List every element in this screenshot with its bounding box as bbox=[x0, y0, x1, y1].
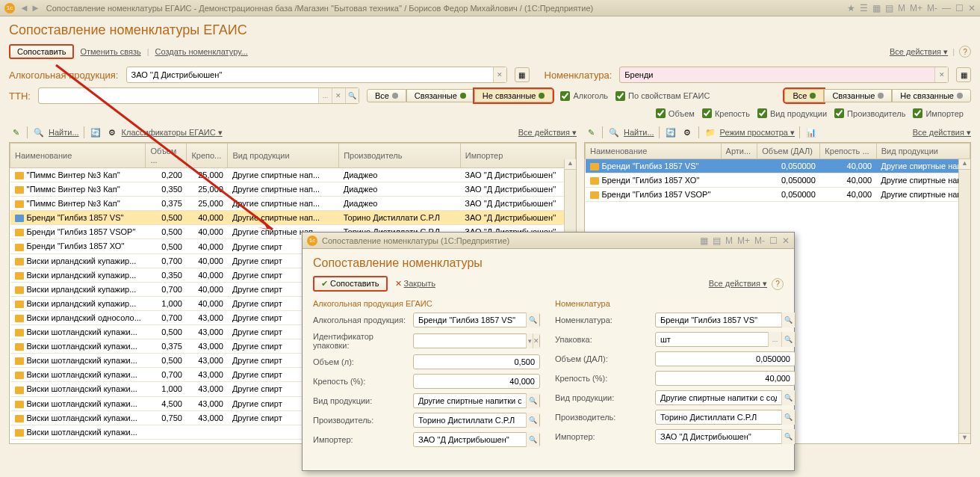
dialog-close-button[interactable]: ✕ Закрыть bbox=[395, 279, 435, 289]
refresh-icon[interactable]: 🔄 bbox=[89, 126, 102, 139]
table-row[interactable]: ''Пиммс Винтер №3 Кап''0,20025,000Другие… bbox=[10, 168, 576, 182]
dlg-nom-input[interactable]: 🔍 bbox=[655, 313, 796, 327]
nom-input[interactable]: ✕ bbox=[619, 67, 949, 83]
find-button-r[interactable]: Найти... bbox=[624, 128, 654, 137]
alcohol-checkbox[interactable]: Алкоголь bbox=[560, 91, 608, 101]
all-actions-button[interactable]: Все действия ▾ bbox=[890, 47, 948, 57]
gear-icon[interactable]: ⚙ bbox=[680, 126, 694, 139]
table-row[interactable]: ''Пиммс Винтер №3 Кап''0,35025,000Другие… bbox=[10, 182, 576, 197]
dlg-rstr-input[interactable] bbox=[655, 371, 796, 386]
col-header[interactable]: Наименование bbox=[586, 144, 722, 159]
egais-checkbox[interactable]: По свойствам ЕГАИС bbox=[615, 91, 710, 101]
dialog-all-actions[interactable]: Все действия ▾ bbox=[709, 279, 767, 289]
edit-icon[interactable]: ✎ bbox=[584, 126, 598, 139]
search-icon[interactable]: 🔍 bbox=[526, 313, 539, 327]
importer-checkbox[interactable]: Импортер bbox=[913, 108, 964, 118]
minimize-icon[interactable]: — bbox=[942, 3, 951, 13]
col-header[interactable]: Производитель bbox=[339, 144, 461, 168]
dlg-prod-input[interactable]: 🔍 bbox=[413, 413, 540, 428]
scrollbar[interactable]: ▲▼ bbox=[958, 159, 970, 443]
all-actions-left[interactable]: Все действия ▾ bbox=[518, 128, 577, 137]
maximize-icon[interactable]: ☐ bbox=[955, 3, 964, 13]
clear-icon[interactable]: ✕ bbox=[332, 88, 345, 103]
prodtype-checkbox[interactable]: Вид продукции bbox=[757, 108, 827, 118]
ttn-input[interactable]: ... ✕ 🔍 bbox=[38, 87, 359, 104]
all-actions-right[interactable]: Все действия ▾ bbox=[913, 128, 971, 137]
dlg-rvol-input[interactable] bbox=[655, 351, 796, 366]
col-header[interactable]: Объем ... bbox=[146, 144, 187, 168]
dlg-vol-input[interactable] bbox=[413, 354, 540, 369]
calc-icon[interactable]: ▦ bbox=[700, 236, 708, 246]
filter-all-r[interactable]: Все bbox=[784, 89, 824, 102]
strength-checkbox[interactable]: Крепость bbox=[702, 108, 750, 118]
producer-checkbox[interactable]: Производитель bbox=[834, 108, 905, 118]
list-icon[interactable]: ▦ bbox=[956, 67, 971, 82]
clear-icon[interactable]: ✕ bbox=[493, 67, 506, 82]
help-icon[interactable]: ? bbox=[772, 278, 784, 290]
filter-unlinked[interactable]: Не связанные bbox=[474, 89, 553, 102]
col-header[interactable]: Наименование bbox=[10, 144, 146, 168]
unlink-button[interactable]: Отменить связь bbox=[80, 47, 140, 56]
m-button[interactable]: M bbox=[898, 3, 905, 13]
filter-linked[interactable]: Связанные bbox=[406, 89, 474, 102]
clear-icon[interactable]: ✕ bbox=[934, 67, 948, 82]
search-icon[interactable]: 🔍 bbox=[607, 126, 621, 139]
gear-icon[interactable]: ⚙ bbox=[105, 126, 119, 139]
filter-linked-r[interactable]: Связанные bbox=[824, 89, 892, 102]
help-icon[interactable]: ? bbox=[959, 46, 971, 58]
nav-arrows: ◄ ► bbox=[19, 2, 40, 13]
col-header[interactable]: Крепо... bbox=[187, 144, 228, 168]
close-icon[interactable]: ✕ bbox=[782, 236, 790, 246]
col-header[interactable]: Импортер bbox=[460, 144, 575, 168]
filter-unlinked-r[interactable]: Не связанные bbox=[892, 89, 971, 102]
list-icon[interactable]: ▦ bbox=[515, 67, 530, 82]
classifier-button[interactable]: Классификаторы ЕГАИС ▾ bbox=[122, 128, 223, 138]
dlg-rprod-input[interactable]: 🔍 bbox=[655, 410, 796, 425]
col-header[interactable]: Вид продукции bbox=[228, 144, 339, 168]
search-icon[interactable]: 🔍 bbox=[32, 126, 46, 139]
calc-icon[interactable]: ▦ bbox=[872, 3, 881, 13]
dlg-packid-input[interactable]: ▾✕ bbox=[413, 333, 540, 348]
table-row[interactable]: Бренди ''Гилбиз 1857 VS''0,05000040,000Д… bbox=[586, 159, 970, 173]
dlg-type-input[interactable]: 🔍 bbox=[413, 393, 540, 408]
col-header[interactable]: Вид продукции bbox=[876, 144, 970, 159]
table-row[interactable]: Бренди ''Гилбиз 1857 VSOP''0,05000040,00… bbox=[586, 188, 970, 202]
filter-all[interactable]: Все bbox=[367, 89, 406, 102]
nav-fwd-icon[interactable]: ► bbox=[31, 2, 40, 13]
dlg-rimp-input[interactable]: 🔍 bbox=[655, 429, 796, 444]
dots-icon[interactable]: ... bbox=[318, 88, 332, 103]
col-header[interactable]: Объем (ДАЛ) bbox=[757, 144, 820, 159]
nav-back-icon[interactable]: ◄ bbox=[19, 2, 29, 13]
dlg-pack-input[interactable]: ...🔍 bbox=[655, 332, 796, 347]
dlg-str-input[interactable] bbox=[413, 374, 540, 389]
main-toolbar: Сопоставить Отменить связь | Создать ном… bbox=[9, 44, 971, 59]
dlg-rtype-input[interactable]: 🔍 bbox=[655, 390, 796, 405]
find-button[interactable]: Найти... bbox=[49, 128, 79, 137]
table-row[interactable]: Бренди ''Гилбиз 1857 VS''0,50040,000Друг… bbox=[10, 211, 576, 225]
m-minus-button[interactable]: M- bbox=[927, 3, 937, 13]
star-icon[interactable]: ★ bbox=[847, 3, 855, 13]
col-header[interactable]: Арти... bbox=[721, 144, 757, 159]
create-nom-button[interactable]: Создать номенклатуру... bbox=[155, 47, 248, 56]
calendar-icon[interactable]: ▤ bbox=[713, 236, 721, 246]
volume-checkbox[interactable]: Объем bbox=[656, 108, 695, 118]
dialog-match-button[interactable]: ✔ Сопоставить bbox=[313, 276, 388, 292]
history-icon[interactable]: ☰ bbox=[860, 3, 868, 13]
chart-icon[interactable]: 📊 bbox=[804, 126, 818, 139]
alc-input[interactable]: ✕ bbox=[126, 67, 507, 83]
calendar-icon[interactable]: ▤ bbox=[885, 3, 893, 13]
folder-icon[interactable]: 📁 bbox=[704, 126, 717, 139]
col-header[interactable]: Крепость ... bbox=[820, 144, 876, 159]
m-plus-button[interactable]: M+ bbox=[910, 3, 922, 13]
dlg-imp-input[interactable]: 🔍 bbox=[413, 432, 540, 447]
table-row[interactable]: Бренди ''Гилбиз 1857 ХО''0,05000040,000Д… bbox=[586, 173, 970, 188]
maximize-icon[interactable]: ☐ bbox=[769, 236, 778, 246]
table-row[interactable]: ''Пиммс Винтер №3 Кап''0,37525,000Другие… bbox=[10, 197, 576, 211]
view-mode-button[interactable]: Режим просмотра ▾ bbox=[720, 128, 795, 138]
refresh-icon[interactable]: 🔄 bbox=[664, 126, 677, 139]
dlg-alc-input[interactable]: 🔍 bbox=[413, 313, 540, 327]
search-icon[interactable]: 🔍 bbox=[345, 88, 359, 103]
close-icon[interactable]: ✕ bbox=[968, 3, 976, 13]
edit-icon[interactable]: ✎ bbox=[9, 126, 22, 139]
match-button[interactable]: Сопоставить bbox=[9, 44, 74, 59]
